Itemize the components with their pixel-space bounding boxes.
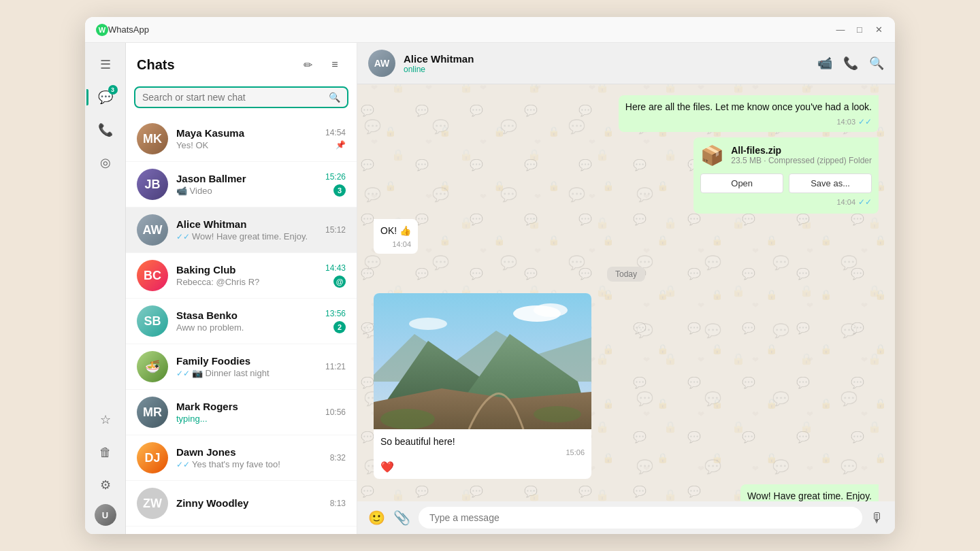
chat-name-dawn: Dawn Jones	[176, 446, 322, 458]
chat-list-header: Chats ✏ ≡	[126, 43, 357, 84]
chat-preview-jason: 📹 Video	[176, 186, 317, 196]
message-bubble-5: Wow! Have great time. Enjoy. 15:12 ✓✓	[740, 484, 879, 501]
file-meta: 14:04 ✓✓	[700, 197, 872, 207]
avatar-jason: JB	[137, 169, 168, 200]
avatar-family: 🍜	[137, 351, 168, 382]
chat-info-jason: Jason Ballmer 📹 Video	[176, 173, 317, 196]
message-input[interactable]	[419, 507, 862, 529]
chat-item-alice[interactable]: AW Alice Whitman ✓✓ Wow! Have great time…	[126, 207, 357, 253]
chat-info-dawn: Dawn Jones ✓✓ Yes that's my fave too!	[176, 446, 322, 469]
chat-name-maya: Maya Kasuma	[176, 127, 317, 139]
avatar-mark: MR	[137, 397, 168, 428]
chat-info-baking: Baking Club Rebecca: @Chris R?	[176, 264, 317, 287]
chat-info-stasa: Stasa Benko Aww no problem.	[176, 310, 317, 333]
chat-item-dawn[interactable]: DJ Dawn Jones ✓✓ Yes that's my fave too!…	[126, 435, 357, 481]
chat-item-jason[interactable]: JB Jason Ballmer 📹 Video 15:26 3	[126, 162, 357, 207]
active-indicator	[86, 89, 88, 105]
nav-settings-icon[interactable]: ⚙	[92, 471, 119, 499]
app-window: W WhatsApp — □ ✕ ☰ 💬 3 📞 ◎	[85, 17, 895, 534]
message-bubble-3: OK! 👍 14:04	[374, 219, 418, 254]
chat-item-zinny[interactable]: ZW Zinny Woodley 8:13	[126, 481, 357, 527]
message-bubble-1: Here are all the files. Let me know once…	[619, 95, 879, 132]
file-size: 23.5 MB · Compressed (zipped) Folder	[731, 156, 872, 165]
chat-meta-mark: 10:56	[325, 407, 346, 417]
input-bar: 🙂 📎 🎙	[357, 501, 895, 534]
chat-header: AW Alice Whitman online 📹 📞 🔍	[357, 43, 895, 84]
chat-item-stasa[interactable]: SB Stasa Benko Aww no problem. 13:56 2	[126, 299, 357, 344]
new-chat-button[interactable]: ✏	[297, 54, 318, 76]
chat-item-mark[interactable]: MR Mark Rogers typing... 10:56	[126, 390, 357, 435]
video-call-button[interactable]: 📹	[817, 56, 832, 71]
chat-item-family[interactable]: 🍜 Family Foodies ✓✓ 📷 Dinner last night …	[126, 344, 357, 390]
attach-button[interactable]: 📎	[393, 510, 410, 526]
chat-info-maya: Maya Kasuma Yes! OK	[176, 127, 317, 150]
emoji-button[interactable]: 🙂	[368, 510, 385, 526]
chat-meta-alice: 15:12	[325, 225, 346, 235]
chat-item-maya[interactable]: MK Maya Kasuma Yes! OK 14:54 📌	[126, 116, 357, 162]
save-file-button[interactable]: Save as...	[789, 173, 872, 193]
file-bubble: 📦 All-files.zip 23.5 MB · Compressed (zi…	[693, 137, 879, 214]
chat-preview-mark: typing...	[176, 414, 317, 424]
file-name: All-files.zip	[731, 145, 872, 156]
avatar-alice: AW	[137, 214, 168, 246]
maximize-button[interactable]: □	[854, 24, 865, 35]
close-button[interactable]: ✕	[873, 24, 884, 35]
chat-preview-alice: ✓✓ Wow! Have great time. Enjoy.	[176, 231, 317, 241]
message-row-3: OK! 👍 14:04	[374, 219, 879, 254]
nav-calls-icon[interactable]: 📞	[92, 116, 119, 144]
voice-call-button[interactable]: 📞	[843, 56, 858, 71]
filter-button[interactable]: ≡	[324, 54, 346, 76]
chat-item-baking[interactable]: BC Baking Club Rebecca: @Chris R? 14:43 …	[126, 253, 357, 299]
left-nav: ☰ 💬 3 📞 ◎ ☆ 🗑 ⚙ U	[85, 43, 126, 534]
message-time-3: 14:04	[392, 240, 411, 248]
nav-chats-icon[interactable]: 💬 3	[92, 84, 119, 111]
svg-point-7	[409, 318, 447, 330]
messages-area: Here are all the files. Let me know once…	[357, 84, 895, 501]
nav-archive-icon[interactable]: 🗑	[92, 439, 119, 466]
chat-info-alice: Alice Whitman ✓✓ Wow! Have great time. E…	[176, 218, 317, 241]
nav-menu-icon[interactable]: ☰	[92, 51, 119, 78]
open-file-button[interactable]: Open	[700, 173, 783, 193]
message-text-1: Here are all the files. Let me know once…	[625, 101, 872, 114]
chat-name-zinny: Zinny Woodley	[176, 497, 322, 509]
chat-preview-maya: Yes! OK	[176, 140, 317, 150]
avatar-dawn: DJ	[137, 442, 168, 473]
unread-badge-baking: @	[333, 276, 346, 288]
nav-starred-icon[interactable]: ☆	[92, 406, 119, 433]
chat-preview-stasa: Aww no problem.	[176, 322, 317, 333]
search-icon: 🔍	[329, 92, 340, 103]
chats-badge: 3	[108, 85, 118, 95]
message-text-5: Wow! Have great time. Enjoy.	[747, 490, 872, 501]
search-chat-button[interactable]: 🔍	[869, 56, 884, 71]
chat-meta-maya: 14:54 📌	[325, 128, 346, 150]
chat-name-jason: Jason Ballmer	[176, 173, 317, 184]
chat-time-alice: 15:12	[325, 225, 346, 235]
chat-time-dawn: 8:32	[330, 453, 346, 463]
message-row-2: 📦 All-files.zip 23.5 MB · Compressed (zi…	[374, 137, 879, 214]
chat-meta-stasa: 13:56 2	[325, 309, 346, 333]
voice-message-button[interactable]: 🎙	[870, 510, 884, 526]
chat-name-baking: Baking Club	[176, 264, 317, 276]
minimize-button[interactable]: —	[835, 24, 846, 35]
chat-preview-dawn: ✓✓ Yes that's my fave too!	[176, 459, 322, 469]
file-check: ✓✓	[858, 197, 872, 207]
message-time-1: 14:03	[836, 118, 855, 126]
image-time: 15:06	[566, 448, 585, 456]
chat-name-family: Family Foodies	[176, 355, 317, 367]
window-controls: — □ ✕	[835, 24, 884, 35]
svg-point-13	[534, 406, 581, 422]
chat-preview-family: ✓✓ 📷 Dinner last night	[176, 368, 317, 378]
search-wrapper: 🔍	[134, 86, 348, 108]
avatar-baking: BC	[137, 260, 168, 291]
chat-list-panel: Chats ✏ ≡ 🔍 MK Maya Kas	[126, 43, 357, 534]
pin-icon-maya: 📌	[336, 140, 346, 150]
file-header: 📦 All-files.zip 23.5 MB · Compressed (zi…	[700, 144, 872, 167]
chat-header-actions: 📹 📞 🔍	[817, 56, 884, 71]
chat-info-mark: Mark Rogers typing...	[176, 401, 317, 424]
chat-time-mark: 10:56	[325, 407, 346, 417]
nav-status-icon[interactable]: ◎	[92, 149, 119, 176]
search-input[interactable]	[142, 92, 329, 103]
app-logo: W	[96, 24, 108, 36]
message-row-4: So beautiful here! 15:06 ❤️	[374, 293, 879, 479]
user-avatar[interactable]: U	[95, 504, 116, 526]
